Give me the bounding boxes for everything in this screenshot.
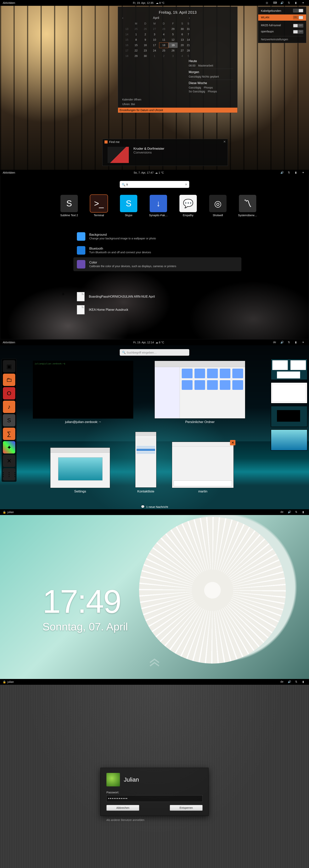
activities-button[interactable]: Aktivitäten [0, 1, 38, 4]
window-chat[interactable]: ✕ [172, 442, 234, 488]
app-system-berw-[interactable]: 〽 Systemüberw… [236, 195, 259, 217]
search-input[interactable] [126, 183, 185, 186]
volume-icon[interactable]: 🔊 [280, 171, 284, 174]
settings-item-background[interactable]: BackgroundChange your background image t… [74, 229, 242, 243]
file-result[interactable]: BoardingPassHORNICHJULIAN ARN-NUE April [74, 290, 242, 303]
vpn-toggle[interactable] [293, 30, 303, 34]
battery-icon[interactable]: ▮ [295, 171, 299, 174]
network-icon[interactable]: ⇅ [295, 510, 299, 514]
calendar-day[interactable]: 19 [168, 42, 178, 48]
wlan-toggle[interactable] [293, 16, 303, 20]
calendar-day[interactable]: 28 [187, 48, 190, 53]
calendar-day[interactable]: 27 [178, 48, 187, 53]
dash-opera[interactable]: O [3, 387, 15, 400]
calendar-day[interactable]: 1 [132, 32, 141, 37]
volume-icon[interactable]: 🔊 [280, 341, 284, 344]
switch-user-link[interactable]: Als anderer Benutzer anmelden [106, 818, 144, 822]
window-settings[interactable] [50, 447, 110, 488]
app-shotwell[interactable]: ◎ Shotwell [207, 195, 229, 217]
battery-icon[interactable]: ▮ [295, 341, 299, 344]
calendar-grid[interactable]: MDMDFSS 13252627282930311412345671589101… [122, 21, 190, 59]
calendar-day[interactable]: 26 [141, 26, 150, 32]
calendar-day[interactable]: 5 [187, 53, 190, 59]
app-sublime-text-2[interactable]: S Sublime Text 2 [58, 195, 80, 217]
calendar-day[interactable]: 29 [132, 53, 141, 59]
close-icon[interactable]: ✕ [223, 140, 226, 144]
music-notification[interactable]: Find me ✕ Kruder & Dorfmeister Conversio… [102, 139, 228, 166]
settings-item-bluetooth[interactable]: BluetoothTurn Bluetooth on and off and c… [74, 243, 242, 257]
overview-search[interactable]: 🔍 Suchbegriff eingeben… [120, 349, 189, 356]
open-calendar-link[interactable]: Kalender öffnen [122, 97, 233, 102]
calendar-day[interactable]: 8 [132, 37, 141, 42]
calendar-day[interactable]: 15 [132, 42, 141, 48]
keyboard-layout-icon[interactable]: ⌨ [273, 1, 277, 5]
battery-icon[interactable]: ▮ [295, 1, 299, 5]
network-icon[interactable]: ⇅ [288, 1, 291, 5]
network-settings-link[interactable]: Netzwerkeinstellungen [261, 36, 303, 41]
lang-indicator[interactable]: de [280, 680, 284, 684]
lang-indicator[interactable]: de [273, 341, 277, 344]
network-icon[interactable]: ⇅ [288, 171, 291, 174]
close-icon[interactable]: ✕ [230, 440, 235, 445]
network-icon[interactable]: ⇅ [288, 341, 291, 344]
clock-button[interactable]: So, 7. Apr, 17:47 ☁ 1 °C [38, 171, 259, 174]
clock-button[interactable]: Fr, 19. Apr, 12:14 ☁ 8 °C [38, 341, 259, 344]
calendar-day[interactable]: 16 [141, 42, 150, 48]
cancel-button[interactable]: Abbrechen [106, 805, 139, 811]
battery-icon[interactable]: ▮ [303, 680, 306, 684]
calendar-day[interactable]: 23 [141, 48, 150, 53]
app-terminal[interactable]: >_ Terminal [88, 195, 110, 217]
wired-toggle[interactable] [293, 9, 303, 12]
calendar-day[interactable]: 6 [178, 32, 187, 37]
user-menu-icon[interactable]: ▾ [303, 171, 306, 174]
calendar-day[interactable]: 11 [159, 37, 168, 42]
dash-terminal[interactable]: ▣ [3, 360, 15, 372]
search-field[interactable]: 🔍 ✕ [120, 181, 189, 188]
clock-button[interactable]: Fr, 19. Apr, 12:35 ☁ 8 °C [38, 1, 259, 4]
file-result[interactable]: IKEA Home Planer Ausdruck [74, 303, 242, 316]
calendar-day[interactable]: 3 [168, 53, 178, 59]
workspace-1[interactable] [271, 359, 307, 380]
calendar-day[interactable]: 1 [150, 53, 159, 59]
calendar-day[interactable]: 26 [168, 48, 178, 53]
network-icon[interactable]: ⇅ [295, 680, 299, 684]
volume-icon[interactable]: 🔊 [288, 680, 291, 684]
vpn-item[interactable]: RRZE-full-tunnel [261, 23, 303, 29]
calendar-day[interactable]: 29 [168, 26, 178, 32]
activities-button[interactable]: Aktivitäten [0, 341, 38, 344]
settings-item-color[interactable]: ColorCalibrate the color of your devices… [74, 257, 242, 271]
calendar-day[interactable]: 30 [141, 53, 150, 59]
calendar-day[interactable]: 20 [178, 42, 187, 48]
user-menu-icon[interactable]: ▾ [303, 1, 306, 5]
calendar-day[interactable]: 31 [187, 26, 190, 32]
calendar-day[interactable]: 18 [159, 42, 168, 48]
workspace-4[interactable] [271, 429, 307, 451]
calendar-day[interactable]: 22 [132, 48, 141, 53]
workspace-2[interactable] [271, 382, 307, 404]
calendar-day[interactable]: 21 [187, 42, 190, 48]
calendar-day[interactable]: 2 [141, 32, 150, 37]
window-terminal[interactable]: julian@julian-zenbook:~$ [33, 361, 133, 418]
message-tray[interactable]: 💬 1 neue Nachricht [141, 505, 168, 508]
user-menu-icon[interactable]: ▾ [303, 341, 306, 344]
dash-sublime[interactable]: S [3, 414, 15, 427]
app-skype[interactable]: S Skype [117, 195, 140, 217]
calendar-day[interactable]: 5 [168, 32, 178, 37]
calendar-day[interactable]: 28 [159, 26, 168, 32]
unlock-hint-icon[interactable] [148, 657, 161, 671]
volume-icon[interactable]: 🔊 [288, 510, 291, 514]
unlock-button[interactable]: Entsperren [170, 805, 203, 811]
activities-button[interactable]: Aktivitäten [0, 171, 38, 174]
calendar-day[interactable]: 17 [150, 42, 159, 48]
calendar-day[interactable]: 2 [159, 53, 168, 59]
window-files[interactable] [154, 361, 245, 418]
calendar-day[interactable]: 25 [159, 48, 168, 53]
dash-color[interactable]: ✦ [3, 441, 15, 454]
vpn-item[interactable]: openfaupn [261, 29, 303, 35]
calendar-day[interactable]: 14 [187, 37, 190, 42]
calendar-day[interactable]: 9 [141, 37, 150, 42]
window-contacts[interactable] [135, 432, 157, 488]
lang-indicator[interactable]: de [280, 510, 284, 514]
workspace-3[interactable] [271, 406, 307, 427]
accessibility-icon[interactable]: ◎ [266, 1, 269, 5]
